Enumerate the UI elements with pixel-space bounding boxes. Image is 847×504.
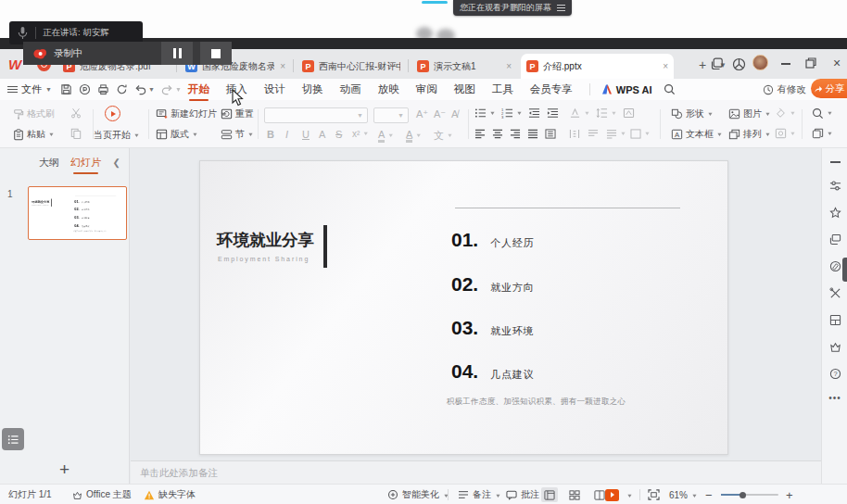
add-slide-button[interactable]: + [59,460,70,480]
zoom-slider[interactable] [721,485,778,504]
fit-slide-button[interactable] [648,485,660,504]
columns-button[interactable] [569,129,580,139]
stop-recording-button[interactable] [200,42,232,65]
align-center-button[interactable] [492,129,503,139]
autofit-button[interactable]: ▼ [630,129,651,139]
paste-button[interactable]: 粘贴▼ [13,128,55,141]
close-tab-icon[interactable]: × [657,61,668,71]
list-settings-button[interactable]: ▼ [606,129,626,139]
sync-icon[interactable] [116,83,128,95]
section-button[interactable]: 节▼ [221,128,254,141]
beautify-button[interactable]: 智能美化▼ [387,485,449,504]
comment-button[interactable]: 批注 [506,485,539,504]
theme-indicator[interactable]: Office 主题 [72,485,132,504]
tab-animation[interactable]: 动画 [340,82,361,96]
search-icon[interactable] [664,83,676,95]
restore-button[interactable] [805,57,816,69]
tools-icon[interactable] [822,286,847,303]
notes-area[interactable]: 单击此处添加备注 [131,460,821,484]
tab-document-active[interactable]: P 介绍.pptx × [521,54,674,79]
pause-recording-button[interactable] [161,42,193,65]
find-button[interactable]: ▼ [812,107,833,120]
close-tab-icon[interactable]: × [274,61,285,71]
new-slide-button[interactable]: 新建幻灯片▼ [156,107,226,120]
resources-icon[interactable] [822,313,847,330]
bold-button[interactable]: B [267,129,274,140]
help-icon[interactable]: ? [822,367,847,384]
text-direction-button[interactable]: ▼ [569,107,590,119]
slide-thumbnail[interactable]: 环境就业分享 Employment Sharing 01.个人经历 02.就业方… [28,186,127,240]
numbering-button[interactable]: 123▼ [501,107,523,119]
reset-button[interactable]: 重置 [221,107,254,120]
increase-indent-button[interactable] [547,107,559,119]
collapse-panel-icon[interactable]: ❮ [113,158,120,168]
modified-status[interactable]: 有修改 [763,83,807,96]
close-tab-icon[interactable]: × [500,61,512,71]
tab-review[interactable]: 审阅 [416,82,437,96]
more-icon[interactable]: ••• [822,393,847,403]
missing-font-warning[interactable]: 缺失字体 [144,485,196,504]
tab-document-ppt1[interactable]: P 西南中心汇报-财评中〇 [297,54,406,79]
play-from-current-button[interactable] [105,106,120,121]
save-icon[interactable] [60,83,72,95]
layers-icon[interactable] [822,233,847,249]
line-spacing-button[interactable]: ▼ [596,107,617,119]
member-icon[interactable] [822,340,847,357]
arrange-button[interactable]: 排列▼ [728,128,771,141]
para-spacing-button[interactable] [588,129,599,139]
layout-button[interactable]: 版式▼ [156,128,198,141]
format-painter-button[interactable]: 格式刷 [13,107,55,120]
tab-document-ppt2[interactable]: P 演示文稿1 × [411,54,517,79]
italic-button[interactable]: I [285,129,288,140]
start-from-page-button[interactable]: 当页开始▼ [94,129,140,142]
hamburger-icon[interactable] [557,3,565,13]
zoom-level[interactable]: 61%▼ [669,485,698,504]
sorter-view-button[interactable] [566,487,583,502]
notes-button[interactable]: 备注▼ [458,485,501,504]
clear-format-button[interactable]: A̸ [451,108,458,120]
cut-button[interactable] [70,107,82,119]
zoom-in-button[interactable]: + [786,485,793,504]
highlight-button[interactable]: A̲▼ [406,129,422,143]
char-border-button[interactable]: A [319,129,325,140]
zoom-out-button[interactable]: − [705,485,713,504]
tab-tools[interactable]: 工具 [492,82,513,96]
increase-font-button[interactable]: A⁺ [416,108,428,120]
tab-transition[interactable]: 切换 [302,82,323,96]
new-tab-button[interactable]: + [695,57,710,72]
align-right-button[interactable] [510,129,521,139]
tab-slideshow[interactable]: 放映 [378,82,399,96]
settings-globe-icon[interactable] [732,57,746,71]
underline-button[interactable]: U [302,129,310,140]
sidebar-handle[interactable] [842,258,847,282]
copy-button[interactable] [70,128,82,139]
normal-view-button[interactable] [541,487,558,502]
tab-design[interactable]: 设计 [264,82,285,96]
export-pdf-icon[interactable] [79,83,91,95]
collapse-sidebar-icon[interactable] [822,156,847,169]
wps-logo[interactable]: W [8,57,21,72]
wps-ai-button[interactable]: WPS AI [601,84,652,95]
tab-member[interactable]: 会员专享 [530,82,573,96]
slideshow-button[interactable]: ▼ [605,485,633,504]
workspace-icon[interactable] [711,57,724,70]
user-avatar[interactable] [752,55,768,70]
share-button[interactable]: 分享 [811,79,847,98]
redo-button[interactable]: ▼ [161,84,182,95]
undo-button[interactable]: ▼ [134,84,155,95]
slides-tab[interactable]: 幻灯片 [70,156,101,170]
window-button[interactable]: ▼ [812,128,833,139]
outline-tab[interactable]: 大纲 [39,156,59,170]
minimize-button[interactable] [781,63,790,65]
slide-list-button[interactable] [2,428,24,450]
fill-button[interactable]: ▼ [775,107,796,119]
picture-button[interactable]: 图片▼ [728,107,771,120]
file-menu[interactable]: 文件 ▼ [7,82,52,96]
superscript-button[interactable]: x²▼ [352,129,369,139]
shapes-button[interactable]: 形状▼ [671,107,714,120]
print-icon[interactable] [97,83,109,95]
font-family-select[interactable]: ▼ [264,107,368,123]
text-effect-button[interactable]: 文▼ [434,129,453,143]
justify-button[interactable] [527,129,538,139]
text-tools-button[interactable] [623,107,635,119]
